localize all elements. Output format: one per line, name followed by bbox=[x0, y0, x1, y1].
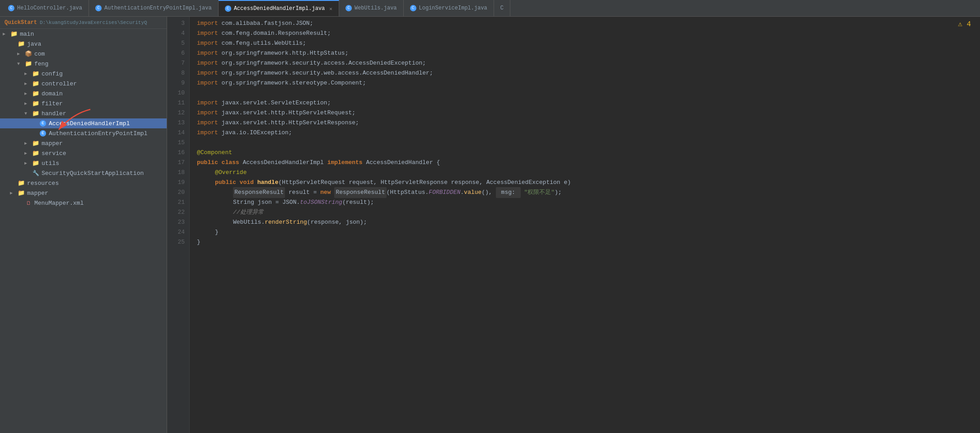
tree-item-controller[interactable]: ▶ 📁 controller bbox=[0, 79, 167, 89]
kw-import-4: import bbox=[197, 28, 222, 38]
tab-icon-hello: C bbox=[8, 5, 14, 11]
tree-label-resources: resources bbox=[27, 180, 59, 187]
tree-item-feng[interactable]: ▼ 📁 feng bbox=[0, 59, 167, 69]
import-class-4: ResponseResult bbox=[278, 28, 327, 38]
folder-icon-resources: 📁 bbox=[17, 179, 25, 187]
code-line-5: import com.feng.utils.WebUtils; bbox=[197, 38, 980, 48]
ln-24: 24 bbox=[167, 227, 185, 237]
tree-label-main: main bbox=[20, 31, 34, 38]
json-class-21: JSON. bbox=[282, 198, 300, 207]
code-line-6: import org.springframework.http.HttpStat… bbox=[197, 48, 980, 58]
paren-open-19: ( bbox=[278, 178, 282, 188]
ln-23: 23 bbox=[167, 217, 185, 227]
folder-icon-filter: 📁 bbox=[32, 100, 40, 107]
ln-12: 12 bbox=[167, 108, 185, 118]
brace-close-24: } bbox=[215, 227, 219, 237]
tree-item-service[interactable]: ▶ 📁 service bbox=[0, 148, 167, 158]
code-line-17: public class AccessDeniedHandlerImpl imp… bbox=[197, 158, 980, 168]
tree-label-mapper: mapper bbox=[42, 140, 63, 147]
code-line-23: WebUtils.renderString(response, json); bbox=[197, 217, 980, 227]
tab-hello[interactable]: C HelloController.java bbox=[2, 0, 89, 16]
tree-item-AuthenticationEntryPointImpl[interactable]: C AuthenticationEntryPointImpl bbox=[0, 128, 167, 138]
arrow-main: ▶ bbox=[3, 31, 10, 37]
tree-item-filter[interactable]: ▶ 📁 filter bbox=[0, 99, 167, 108]
tree-item-domain[interactable]: ▶ 📁 domain bbox=[0, 89, 167, 99]
kw-void-19: void bbox=[240, 178, 257, 188]
tree-label-service: service bbox=[42, 150, 66, 157]
value-20: value bbox=[464, 188, 481, 198]
kw-import-6: import bbox=[197, 48, 222, 58]
tab-close-access[interactable]: ✕ bbox=[329, 6, 332, 12]
code-line-24: } bbox=[197, 227, 980, 237]
httpstatus-20: HttpStatus. bbox=[390, 188, 429, 198]
import-class-12: HttpServletRequest bbox=[289, 108, 352, 118]
arrow-com: ▶ bbox=[17, 51, 24, 56]
project-path: D:\kuangStudyJavaExercises\SecurityQ bbox=[40, 20, 147, 25]
tab-label-loginservice: LoginServiceImpl.java bbox=[419, 5, 487, 11]
sidebar-header: QuickStart D:\kuangStudyJavaExercises\Se… bbox=[0, 17, 167, 29]
tab-access[interactable]: C AccessDeniedHandlerImpl.java ✕ bbox=[219, 0, 339, 16]
code-line-14: import java.io.IOException; bbox=[197, 128, 980, 138]
semi-6: ; bbox=[345, 48, 349, 58]
tree-item-SecurityApp[interactable]: 🔧 SecurityQuickStartApplication bbox=[0, 168, 167, 178]
param-name-2: response bbox=[451, 178, 479, 188]
tree-item-MenuMapper[interactable]: 🗋 MenuMapper.xml bbox=[0, 198, 167, 208]
classname-17: AccessDeniedHandlerImpl bbox=[243, 158, 327, 168]
arrow-mapper: ▶ bbox=[24, 141, 32, 146]
string-type-21: String bbox=[233, 198, 258, 207]
code-container[interactable]: 3 4 5 6 7 8 9 10 11 12 13 14 15 16 17 ⬤ … bbox=[167, 17, 980, 433]
folder-icon-service: 📁 bbox=[32, 150, 40, 157]
tree-item-config[interactable]: ▶ 📁 config bbox=[0, 69, 167, 79]
folder-icon-mapper2: 📁 bbox=[17, 189, 25, 197]
paren-close-19: ) bbox=[567, 178, 571, 188]
tab-icon-access: C bbox=[225, 5, 231, 12]
ln-7: 7 bbox=[167, 58, 185, 68]
renderstring-23: renderString bbox=[265, 217, 307, 227]
tree-label-com: com bbox=[34, 51, 45, 57]
tab-loginservice[interactable]: C LoginServiceImpl.java bbox=[404, 0, 494, 16]
tree-label-domain: domain bbox=[42, 90, 63, 97]
tab-webutils[interactable]: C WebUtils.java bbox=[339, 0, 404, 16]
import-path-11: javax.servlet. bbox=[222, 98, 271, 108]
folder-icon-controller: 📁 bbox=[32, 80, 40, 87]
folder-icon-domain: 📁 bbox=[32, 90, 40, 97]
brace-close-25: } bbox=[197, 237, 201, 247]
tree-label-feng: feng bbox=[34, 61, 48, 67]
class-icon-access-denied: C bbox=[39, 120, 47, 127]
arrow-filter: ▶ bbox=[24, 101, 32, 106]
tree-item-resources[interactable]: 📁 resources bbox=[0, 178, 167, 188]
ln-4: 4 bbox=[167, 28, 185, 38]
tree-item-mapper[interactable]: ▶ 📁 mapper bbox=[0, 138, 167, 148]
param-name-1: request bbox=[349, 178, 373, 188]
ln-15: 15 bbox=[167, 138, 185, 148]
tree-item-com[interactable]: ▶ 📦 com bbox=[0, 49, 167, 59]
code-content[interactable]: import com.alibaba.fastjson.JSON; import… bbox=[190, 17, 980, 433]
tree-item-AccessDeniedHandlerImpl[interactable]: C AccessDeniedHandlerImpl bbox=[0, 118, 167, 128]
tree-item-main[interactable]: ▶ 📁 main bbox=[0, 29, 167, 39]
tree-item-mapper2[interactable]: ▶ 📁 mapper bbox=[0, 188, 167, 198]
import-class-8: AccessDeniedHandler bbox=[363, 68, 429, 78]
arrow-utils: ▶ bbox=[24, 160, 32, 166]
folder-icon-utils: 📁 bbox=[32, 160, 40, 167]
ln-17: 17 ⬤ bbox=[167, 158, 185, 168]
tab-more[interactable]: C bbox=[494, 0, 510, 16]
tree-item-handler[interactable]: ▼ 📁 handler bbox=[0, 108, 167, 118]
msg-val-20: "权限不足" bbox=[521, 188, 555, 198]
tree-item-utils[interactable]: ▶ 📁 utils bbox=[0, 158, 167, 168]
tab-label-hello: HelloController.java bbox=[17, 5, 82, 11]
import-path-5: com.feng.utils. bbox=[222, 38, 275, 48]
code-line-4: import com.feng.domain.ResponseResult; bbox=[197, 28, 980, 38]
tab-auth[interactable]: C AuthenticationEntryPointImpl.java bbox=[89, 0, 219, 16]
comma-2: , bbox=[479, 178, 486, 188]
ln-25: 25 bbox=[167, 237, 185, 247]
import-class-14: IOException bbox=[250, 128, 289, 138]
import-path-13: javax.servlet.http. bbox=[222, 118, 289, 128]
highlight-responseresult-2: ResponseResult bbox=[334, 187, 386, 198]
tree-item-java[interactable]: 📁 java bbox=[0, 39, 167, 49]
msg-key-20: msg: bbox=[496, 187, 521, 198]
ln-8: 8 bbox=[167, 68, 185, 78]
tree-label-menu-mapper: MenuMapper.xml bbox=[34, 200, 84, 207]
tab-icon-auth: C bbox=[95, 5, 102, 11]
arrow-controller: ▶ bbox=[24, 81, 32, 86]
tree-label-security-app: SecurityQuickStartApplication bbox=[42, 170, 144, 177]
